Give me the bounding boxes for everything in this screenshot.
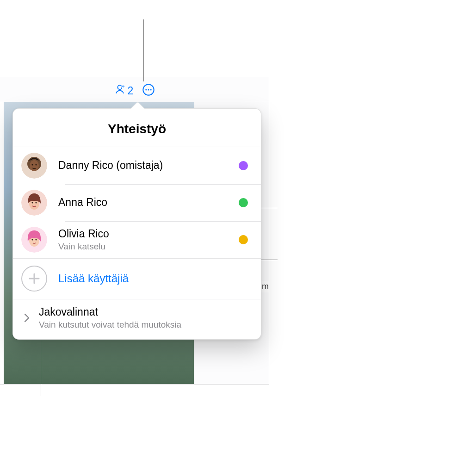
participant-permission: Vain katselu (58, 241, 239, 253)
participant-row[interactable]: Anna Rico (13, 184, 261, 221)
svg-point-4 (148, 89, 149, 90)
participant-text: Danny Rico (omistaja) (58, 159, 239, 173)
share-options-section: Jakovalinnat Vain kutsutut voivat tehdä … (13, 299, 261, 339)
svg-point-9 (31, 164, 33, 165)
collaborator-count: 2 (128, 85, 134, 97)
callout-line-top (143, 19, 144, 81)
status-dot (239, 198, 248, 207)
background-left-strip (0, 102, 4, 384)
collaboration-popover: Yhteistyö Danny Rico (omistaja) (12, 108, 261, 340)
callout-line-options (41, 338, 41, 396)
participant-name: Olivia Rico (58, 227, 239, 241)
collaborate-button[interactable]: 2 (114, 83, 134, 98)
avatar (21, 227, 47, 253)
svg-point-10 (35, 164, 37, 165)
participant-row-owner[interactable]: Danny Rico (omistaja) (13, 147, 261, 184)
svg-point-18 (35, 239, 37, 240)
participant-row[interactable]: Olivia Rico Vain katselu (13, 221, 261, 258)
ellipsis-circle-icon (142, 83, 155, 98)
participant-name: Danny Rico (omistaja) (58, 159, 239, 173)
share-options-button[interactable]: Jakovalinnat Vain kutsutut voivat tehdä … (13, 299, 261, 339)
add-people-label: Lisää käyttäjiä (58, 272, 129, 285)
svg-point-13 (31, 202, 33, 203)
svg-point-17 (31, 239, 33, 240)
participant-name: Anna Rico (58, 196, 239, 210)
status-dot (239, 235, 248, 244)
share-options-text: Jakovalinnat Vain kutsutut voivat tehdä … (39, 305, 181, 331)
participant-text: Olivia Rico Vain katselu (58, 227, 239, 253)
avatar (21, 190, 47, 216)
share-options-title: Jakovalinnat (39, 305, 181, 319)
toolbar: 2 (0, 81, 269, 100)
participant-text: Anna Rico (58, 196, 239, 210)
participant-list: Danny Rico (omistaja) Anna Rico (13, 147, 261, 258)
plus-circle-icon (21, 266, 47, 292)
more-button[interactable] (142, 84, 155, 98)
svg-point-5 (150, 89, 152, 90)
popover-title: Yhteistyö (13, 109, 261, 147)
svg-point-8 (30, 160, 39, 171)
chevron-right-icon (21, 313, 32, 323)
share-options-subtitle: Vain kutsutut voivat tehdä muutoksia (39, 319, 181, 331)
svg-point-0 (117, 85, 122, 89)
status-dot (239, 161, 248, 170)
avatar (21, 153, 47, 179)
add-people-button[interactable]: Lisää käyttäjiä (13, 258, 261, 299)
person-badge-icon (114, 83, 126, 98)
svg-point-14 (35, 202, 37, 203)
svg-point-3 (146, 89, 147, 90)
